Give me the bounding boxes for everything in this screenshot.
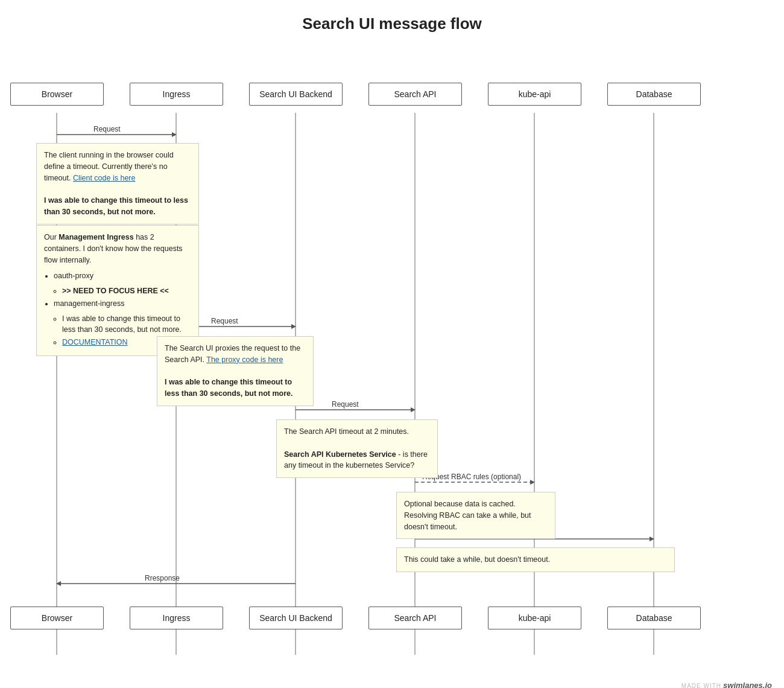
footer: MADE WITH swimlanes.io — [681, 681, 772, 688]
note-database-query: This could take a while, but doesn't tim… — [396, 547, 675, 572]
actor-search-api-top: Search API — [368, 83, 462, 106]
note-kube-api-optional: Optional because data is cached. Resolvi… — [396, 492, 555, 539]
actor-search-api-bottom: Search API — [368, 607, 462, 629]
svg-marker-19 — [650, 537, 654, 541]
actor-kube-api-bottom: kube-api — [488, 607, 581, 629]
actor-browser-top: Browser — [10, 83, 104, 106]
svg-marker-22 — [56, 581, 61, 586]
client-code-link[interactable]: Client code is here — [73, 174, 136, 182]
note-search-api-timeout: The Search API timeout at 2 minutes. Sea… — [276, 419, 438, 478]
actor-search-ui-backend-bottom: Search UI Backend — [249, 607, 343, 629]
actor-database-top: Database — [607, 83, 701, 106]
made-with-label: MADE WITH — [681, 683, 721, 688]
note-search-ui-proxy: The Search UI proxies the request to the… — [157, 336, 314, 406]
note-browser-timeout: The client running in the browser could … — [36, 143, 199, 225]
svg-text:Request: Request — [93, 125, 121, 133]
actor-kube-api-top: kube-api — [488, 83, 581, 106]
actor-search-ui-backend-top: Search UI Backend — [249, 83, 343, 106]
actor-ingress-bottom: Ingress — [130, 607, 223, 629]
documentation-link[interactable]: DOCUMENTATION — [62, 338, 128, 346]
actor-database-bottom: Database — [607, 607, 701, 629]
page-title: Search UI message flow — [0, 0, 784, 45]
actor-browser-bottom: Browser — [10, 607, 104, 629]
brand-label: swimlanes.io — [723, 681, 772, 688]
svg-marker-16 — [530, 480, 535, 485]
proxy-code-link[interactable]: The proxy code is here — [206, 355, 283, 364]
need-focus-item: >> NEED TO FOCUS HERE << — [62, 285, 191, 297]
svg-marker-10 — [291, 324, 296, 329]
svg-marker-7 — [172, 132, 177, 137]
svg-text:Request: Request — [211, 317, 238, 325]
svg-text:Rresponse: Rresponse — [145, 574, 180, 582]
svg-marker-13 — [411, 407, 416, 412]
actor-ingress-top: Ingress — [130, 83, 223, 106]
svg-text:Request: Request — [332, 400, 359, 409]
